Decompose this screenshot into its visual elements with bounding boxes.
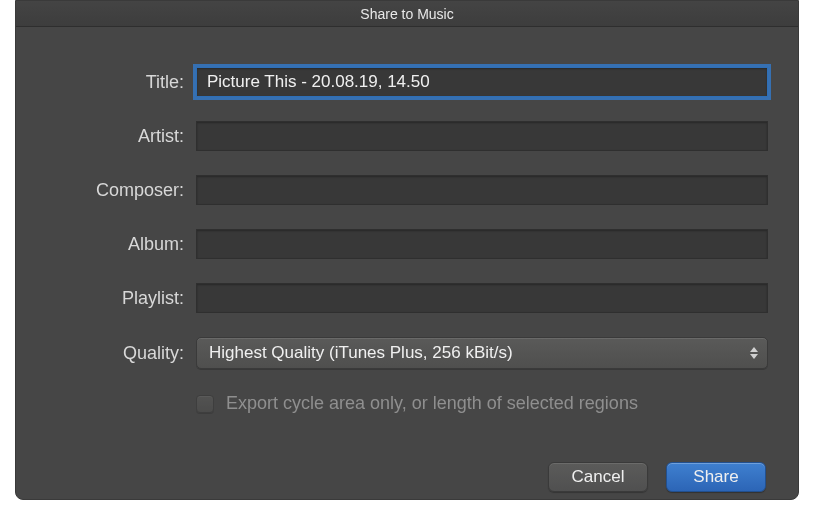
label-artist: Artist:	[46, 126, 196, 147]
dialog-title-bar: Share to Music	[16, 1, 798, 27]
label-title: Title:	[46, 72, 196, 93]
album-input[interactable]	[196, 229, 768, 259]
cancel-button[interactable]: Cancel	[548, 462, 648, 492]
quality-select[interactable]: Highest Quality (iTunes Plus, 256 kBit/s…	[196, 337, 768, 369]
dialog-title: Share to Music	[360, 6, 453, 22]
share-button[interactable]: Share	[666, 462, 766, 492]
export-cycle-label: Export cycle area only, or length of sel…	[226, 393, 638, 414]
composer-input[interactable]	[196, 175, 768, 205]
dialog-button-row: Cancel Share	[46, 462, 768, 492]
title-input[interactable]	[196, 67, 768, 97]
share-to-music-dialog: Share to Music Title: Artist: Composer: …	[15, 0, 799, 500]
playlist-input[interactable]	[196, 283, 768, 313]
row-quality: Quality: Highest Quality (iTunes Plus, 2…	[46, 337, 768, 369]
export-cycle-checkbox[interactable]	[196, 395, 214, 413]
artist-input[interactable]	[196, 121, 768, 151]
row-export-cycle: Export cycle area only, or length of sel…	[196, 393, 768, 414]
row-title: Title:	[46, 67, 768, 97]
label-quality: Quality:	[46, 343, 196, 364]
dialog-form: Title: Artist: Composer: Album: Playlist…	[16, 27, 798, 512]
row-album: Album:	[46, 229, 768, 259]
label-album: Album:	[46, 234, 196, 255]
row-playlist: Playlist:	[46, 283, 768, 313]
row-artist: Artist:	[46, 121, 768, 151]
label-playlist: Playlist:	[46, 288, 196, 309]
label-composer: Composer:	[46, 180, 196, 201]
row-composer: Composer:	[46, 175, 768, 205]
